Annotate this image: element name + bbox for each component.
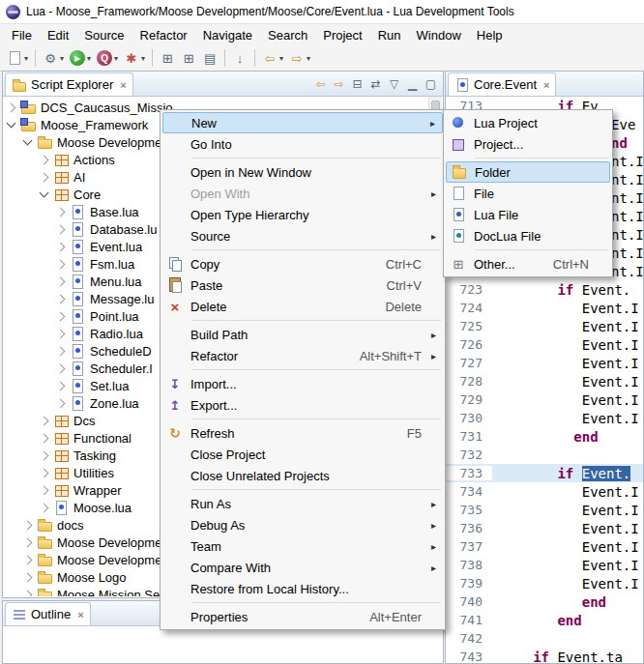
expand-arrow-icon[interactable] — [56, 381, 66, 390]
line-number[interactable]: 723 — [446, 282, 492, 297]
new-wizard-button[interactable]: ▾ — [4, 47, 31, 69]
line-number[interactable]: 726 — [446, 337, 492, 352]
menu-file[interactable]: File — [4, 26, 40, 44]
forward-button[interactable]: ⇨▾ — [286, 47, 313, 69]
context-menu-item-properties[interactable]: PropertiesAlt+Enter — [162, 606, 443, 627]
menu-search[interactable]: Search — [260, 26, 315, 44]
dropdown-arrow-icon[interactable]: ▾ — [24, 54, 28, 63]
line-number[interactable]: 743 — [446, 650, 492, 663]
open-type-button[interactable]: ⊞ — [157, 47, 178, 69]
expand-arrow-icon[interactable] — [40, 503, 49, 512]
new-submenu-item-folder[interactable]: Folder — [446, 161, 610, 183]
dropdown-arrow-icon[interactable]: ▾ — [87, 54, 91, 63]
expand-arrow-icon[interactable] — [7, 102, 16, 112]
expand-arrow-icon[interactable] — [56, 224, 66, 234]
expand-arrow-icon[interactable] — [23, 572, 33, 582]
expand-arrow-icon[interactable] — [56, 242, 66, 251]
line-number[interactable]: 727 — [446, 356, 492, 370]
expand-arrow-icon[interactable] — [40, 416, 49, 425]
context-menu-item-compare-with[interactable]: Compare With▸ — [162, 557, 443, 578]
new-submenu-item-other[interactable]: Other...Ctrl+N — [446, 253, 610, 274]
line-number[interactable]: 730 — [446, 411, 492, 425]
launch-config-button[interactable]: ⚙▾ — [40, 47, 67, 69]
expand-arrow-icon[interactable] — [7, 119, 16, 129]
line-number[interactable]: 742 — [446, 631, 492, 646]
context-menu-item-debug-as[interactable]: Debug As▸ — [162, 514, 443, 535]
expand-arrow-icon[interactable] — [23, 555, 33, 564]
dropdown-arrow-icon[interactable]: ▾ — [141, 54, 145, 63]
close-icon[interactable]: × — [543, 79, 549, 91]
line-number[interactable]: 736 — [446, 521, 492, 535]
menu-run[interactable]: Run — [370, 26, 409, 44]
expand-arrow-icon[interactable] — [56, 363, 66, 373]
menu-refactor[interactable]: Refactor — [132, 26, 195, 44]
context-menu-item-close-unrelated-projects[interactable]: Close Unrelated Projects — [162, 465, 443, 486]
line-number[interactable]: 729 — [446, 392, 492, 407]
link-with-editor-button[interactable]: ⇄ — [366, 75, 385, 93]
menu-help[interactable]: Help — [469, 26, 511, 44]
context-menu-item-delete[interactable]: DeleteDelete — [162, 296, 443, 317]
context-menu-item-new[interactable]: New▸ — [162, 112, 443, 133]
expand-arrow-icon[interactable] — [56, 398, 66, 408]
dropdown-arrow-icon[interactable]: ▾ — [114, 54, 118, 63]
tab-outline[interactable]: Outline × — [5, 602, 91, 625]
new-submenu-item-doclua-file[interactable]: DocLua File — [446, 225, 610, 246]
profile-button[interactable]: Q▾ — [94, 47, 121, 69]
external-tools-button[interactable]: ✱▾ — [121, 47, 148, 69]
menu-window[interactable]: Window — [409, 26, 469, 44]
expand-arrow-icon[interactable] — [23, 590, 33, 596]
expand-arrow-icon[interactable] — [40, 172, 49, 182]
line-number[interactable]: 734 — [446, 484, 492, 499]
context-menu-item-close-project[interactable]: Close Project — [162, 444, 443, 465]
new-submenu-item-project[interactable]: Project... — [446, 133, 610, 155]
collapse-all-button[interactable]: ⊟ — [348, 75, 366, 93]
expand-arrow-icon[interactable] — [23, 537, 33, 547]
context-menu-item-go-into[interactable]: Go Into — [162, 133, 443, 155]
expand-arrow-icon[interactable] — [40, 188, 49, 198]
close-icon[interactable]: × — [77, 609, 83, 621]
line-number[interactable]: 739 — [446, 576, 492, 591]
expand-arrow-icon[interactable] — [40, 433, 49, 443]
expand-arrow-icon[interactable] — [23, 136, 33, 146]
dropdown-arrow-icon[interactable]: ▾ — [279, 54, 283, 63]
context-menu-item-export[interactable]: Export... — [162, 394, 443, 416]
context-menu-item-refactor[interactable]: RefactorAlt+Shift+T▸ — [162, 345, 443, 366]
next-annotation-button[interactable]: ↓ — [229, 47, 250, 69]
maximize-button[interactable]: ▢ — [422, 75, 440, 93]
view-menu-button[interactable]: ▽ — [385, 75, 403, 93]
line-number[interactable]: 735 — [446, 503, 492, 517]
line-number[interactable]: 724 — [446, 301, 492, 315]
context-menu-item-open-in-new-window[interactable]: Open in New Window — [162, 161, 443, 183]
dropdown-arrow-icon[interactable]: ▾ — [307, 54, 310, 63]
expand-arrow-icon[interactable] — [40, 485, 49, 495]
new-submenu-item-lua-file[interactable]: Lua File — [446, 204, 610, 225]
back-button[interactable]: ⇦▾ — [259, 47, 286, 69]
context-menu-item-paste[interactable]: PasteCtrl+V — [162, 274, 443, 296]
context-menu-item-refresh[interactable]: RefreshF5 — [162, 422, 443, 444]
menu-navigate[interactable]: Navigate — [195, 26, 260, 44]
line-number[interactable]: 731 — [446, 429, 492, 444]
tab-script-explorer[interactable]: Script Explorer × — [5, 72, 133, 96]
expand-arrow-icon[interactable] — [56, 207, 66, 217]
context-menu-item-restore-from-local-history[interactable]: Restore from Local History... — [162, 578, 443, 599]
menu-project[interactable]: Project — [315, 26, 369, 44]
line-number[interactable]: 733 — [446, 466, 492, 480]
line-number[interactable]: 738 — [446, 558, 492, 572]
context-menu-item-team[interactable]: Team▸ — [162, 535, 443, 557]
line-number[interactable]: 728 — [446, 374, 492, 389]
open-resource-button[interactable]: ⊞ — [178, 47, 199, 69]
expand-arrow-icon[interactable] — [23, 520, 33, 530]
expand-arrow-icon[interactable] — [56, 259, 66, 269]
context-menu-item-build-path[interactable]: Build Path▸ — [162, 324, 443, 345]
close-icon[interactable]: × — [120, 79, 126, 91]
expand-arrow-icon[interactable] — [56, 311, 66, 321]
forward-button[interactable]: ⇨ — [330, 75, 348, 93]
expand-arrow-icon[interactable] — [56, 329, 66, 338]
context-menu-item-copy[interactable]: CopyCtrl+C — [162, 253, 443, 274]
expand-arrow-icon[interactable] — [40, 468, 49, 477]
context-menu-item-source[interactable]: Source▸ — [162, 225, 443, 246]
line-number[interactable]: 737 — [446, 539, 492, 554]
expand-arrow-icon[interactable] — [40, 450, 49, 460]
expand-arrow-icon[interactable] — [56, 276, 66, 286]
back-button[interactable]: ⇦ — [311, 75, 330, 93]
